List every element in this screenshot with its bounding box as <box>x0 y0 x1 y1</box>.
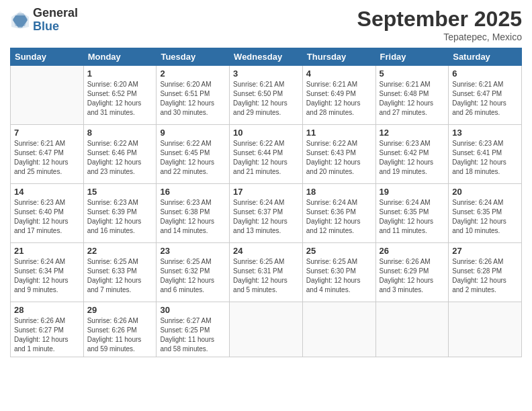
day-number: 25 <box>306 246 372 256</box>
day-number: 29 <box>87 305 153 315</box>
day-info: Sunrise: 6:23 AMSunset: 6:40 PMDaylight:… <box>14 198 80 236</box>
calendar-cell: 7Sunrise: 6:21 AMSunset: 6:47 PMDaylight… <box>11 125 84 184</box>
day-number: 28 <box>14 305 80 315</box>
calendar-cell: 22Sunrise: 6:25 AMSunset: 6:33 PMDayligh… <box>83 243 157 302</box>
calendar-cell: 17Sunrise: 6:24 AMSunset: 6:37 PMDayligh… <box>230 184 303 243</box>
day-number: 20 <box>452 187 518 197</box>
calendar-cell: 25Sunrise: 6:25 AMSunset: 6:30 PMDayligh… <box>302 243 375 302</box>
calendar-cell: 8Sunrise: 6:22 AMSunset: 6:46 PMDaylight… <box>83 125 157 184</box>
day-number: 27 <box>452 246 518 256</box>
logo-blue: Blue <box>33 20 78 34</box>
day-number: 13 <box>452 128 518 138</box>
calendar-cell: 15Sunrise: 6:23 AMSunset: 6:39 PMDayligh… <box>83 184 157 243</box>
weekday-header: Thursday <box>302 48 375 66</box>
calendar-cell: 26Sunrise: 6:26 AMSunset: 6:29 PMDayligh… <box>375 243 449 302</box>
calendar-cell: 29Sunrise: 6:26 AMSunset: 6:26 PMDayligh… <box>83 302 157 357</box>
day-info: Sunrise: 6:21 AMSunset: 6:47 PMDaylight:… <box>452 80 518 118</box>
calendar-header-row: SundayMondayTuesdayWednesdayThursdayFrid… <box>11 48 522 66</box>
calendar-cell: 13Sunrise: 6:23 AMSunset: 6:41 PMDayligh… <box>449 125 522 184</box>
day-number: 26 <box>380 246 445 256</box>
day-info: Sunrise: 6:23 AMSunset: 6:42 PMDaylight:… <box>380 139 445 177</box>
day-number: 9 <box>160 128 226 138</box>
day-number: 12 <box>380 128 445 138</box>
calendar-cell: 9Sunrise: 6:22 AMSunset: 6:45 PMDaylight… <box>157 125 230 184</box>
day-number: 23 <box>160 246 226 256</box>
calendar-cell <box>449 302 522 357</box>
day-info: Sunrise: 6:26 AMSunset: 6:28 PMDaylight:… <box>452 257 518 295</box>
day-number: 30 <box>160 305 226 315</box>
calendar-cell: 30Sunrise: 6:27 AMSunset: 6:25 PMDayligh… <box>157 302 230 357</box>
calendar-cell <box>375 302 449 357</box>
day-info: Sunrise: 6:23 AMSunset: 6:39 PMDaylight:… <box>87 198 153 236</box>
day-number: 15 <box>87 187 153 197</box>
day-info: Sunrise: 6:24 AMSunset: 6:36 PMDaylight:… <box>306 198 372 236</box>
day-info: Sunrise: 6:27 AMSunset: 6:25 PMDaylight:… <box>160 316 226 354</box>
day-info: Sunrise: 6:22 AMSunset: 6:45 PMDaylight:… <box>160 139 226 177</box>
day-info: Sunrise: 6:24 AMSunset: 6:37 PMDaylight:… <box>233 198 299 236</box>
day-number: 18 <box>306 187 372 197</box>
day-number: 16 <box>160 187 226 197</box>
month-title: September 2025 <box>357 7 522 32</box>
day-number: 6 <box>452 68 518 79</box>
day-info: Sunrise: 6:26 AMSunset: 6:29 PMDaylight:… <box>380 257 445 295</box>
day-info: Sunrise: 6:20 AMSunset: 6:51 PMDaylight:… <box>160 80 226 118</box>
day-info: Sunrise: 6:22 AMSunset: 6:44 PMDaylight:… <box>233 139 299 177</box>
day-info: Sunrise: 6:21 AMSunset: 6:49 PMDaylight:… <box>306 80 372 118</box>
calendar-week-row: 7Sunrise: 6:21 AMSunset: 6:47 PMDaylight… <box>11 125 522 184</box>
day-info: Sunrise: 6:26 AMSunset: 6:27 PMDaylight:… <box>14 316 80 354</box>
weekday-header: Saturday <box>449 48 522 66</box>
calendar-cell: 3Sunrise: 6:21 AMSunset: 6:50 PMDaylight… <box>230 66 303 125</box>
calendar-cell <box>302 302 375 357</box>
calendar-cell: 20Sunrise: 6:24 AMSunset: 6:35 PMDayligh… <box>449 184 522 243</box>
title-area: September 2025 Tepatepec, Mexico <box>357 7 522 42</box>
calendar-cell: 4Sunrise: 6:21 AMSunset: 6:49 PMDaylight… <box>302 66 375 125</box>
day-number: 21 <box>14 246 80 256</box>
calendar-week-row: 21Sunrise: 6:24 AMSunset: 6:34 PMDayligh… <box>11 243 522 302</box>
calendar-cell <box>230 302 303 357</box>
calendar-cell: 27Sunrise: 6:26 AMSunset: 6:28 PMDayligh… <box>449 243 522 302</box>
day-info: Sunrise: 6:21 AMSunset: 6:48 PMDaylight:… <box>380 80 445 118</box>
day-info: Sunrise: 6:23 AMSunset: 6:41 PMDaylight:… <box>452 139 518 177</box>
day-info: Sunrise: 6:23 AMSunset: 6:38 PMDaylight:… <box>160 198 226 236</box>
calendar-cell: 18Sunrise: 6:24 AMSunset: 6:36 PMDayligh… <box>302 184 375 243</box>
day-number: 5 <box>380 68 445 79</box>
calendar-cell: 28Sunrise: 6:26 AMSunset: 6:27 PMDayligh… <box>11 302 84 357</box>
day-number: 8 <box>87 128 153 138</box>
day-info: Sunrise: 6:25 AMSunset: 6:31 PMDaylight:… <box>233 257 299 295</box>
header: General Blue September 2025 Tepatepec, M… <box>10 7 522 42</box>
calendar-cell: 16Sunrise: 6:23 AMSunset: 6:38 PMDayligh… <box>157 184 230 243</box>
day-number: 19 <box>380 187 445 197</box>
calendar-cell: 11Sunrise: 6:22 AMSunset: 6:43 PMDayligh… <box>302 125 375 184</box>
logo-icon <box>10 10 30 30</box>
day-info: Sunrise: 6:24 AMSunset: 6:35 PMDaylight:… <box>452 198 518 236</box>
day-info: Sunrise: 6:25 AMSunset: 6:33 PMDaylight:… <box>87 257 153 295</box>
calendar-cell <box>11 66 84 125</box>
calendar-cell: 14Sunrise: 6:23 AMSunset: 6:40 PMDayligh… <box>11 184 84 243</box>
day-info: Sunrise: 6:24 AMSunset: 6:35 PMDaylight:… <box>380 198 445 236</box>
day-number: 1 <box>87 68 153 79</box>
calendar-cell: 2Sunrise: 6:20 AMSunset: 6:51 PMDaylight… <box>157 66 230 125</box>
day-number: 22 <box>87 246 153 256</box>
day-info: Sunrise: 6:25 AMSunset: 6:32 PMDaylight:… <box>160 257 226 295</box>
calendar-table: SundayMondayTuesdayWednesdayThursdayFrid… <box>10 48 522 357</box>
page: General Blue September 2025 Tepatepec, M… <box>0 0 532 411</box>
logo-text: General Blue <box>33 7 78 34</box>
day-number: 17 <box>233 187 299 197</box>
calendar-week-row: 1Sunrise: 6:20 AMSunset: 6:52 PMDaylight… <box>11 66 522 125</box>
day-info: Sunrise: 6:20 AMSunset: 6:52 PMDaylight:… <box>87 80 153 118</box>
subtitle: Tepatepec, Mexico <box>357 32 522 42</box>
calendar-cell: 5Sunrise: 6:21 AMSunset: 6:48 PMDaylight… <box>375 66 449 125</box>
day-number: 2 <box>160 68 226 79</box>
day-info: Sunrise: 6:24 AMSunset: 6:34 PMDaylight:… <box>14 257 80 295</box>
weekday-header: Tuesday <box>157 48 230 66</box>
logo: General Blue <box>10 7 78 34</box>
calendar-cell: 23Sunrise: 6:25 AMSunset: 6:32 PMDayligh… <box>157 243 230 302</box>
day-info: Sunrise: 6:22 AMSunset: 6:43 PMDaylight:… <box>306 139 372 177</box>
calendar-week-row: 28Sunrise: 6:26 AMSunset: 6:27 PMDayligh… <box>11 302 522 357</box>
calendar-cell: 1Sunrise: 6:20 AMSunset: 6:52 PMDaylight… <box>83 66 157 125</box>
day-info: Sunrise: 6:25 AMSunset: 6:30 PMDaylight:… <box>306 257 372 295</box>
weekday-header: Friday <box>375 48 449 66</box>
day-number: 14 <box>14 187 80 197</box>
calendar-cell: 21Sunrise: 6:24 AMSunset: 6:34 PMDayligh… <box>11 243 84 302</box>
calendar-cell: 10Sunrise: 6:22 AMSunset: 6:44 PMDayligh… <box>230 125 303 184</box>
